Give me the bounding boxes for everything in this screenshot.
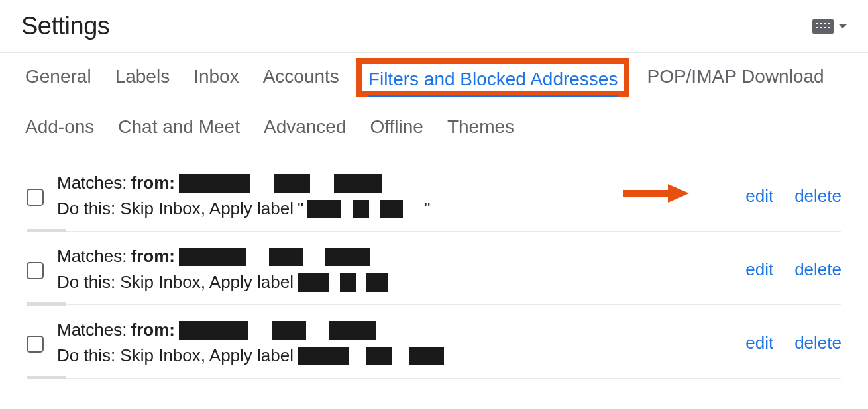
filter-actions: edit delete xyxy=(745,186,841,206)
filter-row: Matches: from: Do this: Skip Inbox, Appl… xyxy=(27,232,841,305)
redacted-from-value xyxy=(179,321,411,340)
tab-general[interactable]: General xyxy=(25,66,91,93)
filter-row: Matches: from: Do this: Skip Inbox, Appl… xyxy=(27,158,841,232)
tab-inbox[interactable]: Inbox xyxy=(193,66,239,93)
tab-filters-blocked[interactable]: Filters and Blocked Addresses xyxy=(368,69,618,97)
delete-link[interactable]: delete xyxy=(794,259,841,280)
tab-pop-imap[interactable]: POP/IMAP Download xyxy=(647,66,824,93)
do-this-label: Do this: Skip Inbox, Apply label xyxy=(57,343,294,369)
annotation-highlight-box: Filters and Blocked Addresses xyxy=(356,58,630,97)
from-label: from: xyxy=(131,170,175,196)
matches-label: Matches: xyxy=(57,317,127,343)
settings-tabs: General Labels Inbox Accounts Filters an… xyxy=(0,53,868,158)
tab-offline[interactable]: Offline xyxy=(370,116,423,143)
delete-link[interactable]: delete xyxy=(794,333,841,353)
filter-checkbox[interactable] xyxy=(27,336,44,353)
tab-chat-meet[interactable]: Chat and Meet xyxy=(118,116,240,143)
do-this-label: Do this: Skip Inbox, Apply label xyxy=(57,269,294,295)
matches-label: Matches: xyxy=(57,170,127,196)
tab-accounts[interactable]: Accounts xyxy=(263,66,339,93)
filter-checkbox[interactable] xyxy=(27,189,44,206)
filter-content: Matches: from: Do this: Skip Inbox, Appl… xyxy=(57,317,732,369)
redacted-from-value xyxy=(179,248,404,266)
tab-themes[interactable]: Themes xyxy=(447,116,514,143)
from-label: from: xyxy=(131,317,175,343)
chevron-down-icon xyxy=(839,24,847,28)
from-label: from: xyxy=(131,244,175,269)
settings-header: Settings xyxy=(0,0,868,53)
delete-link[interactable]: delete xyxy=(794,186,841,206)
edit-link[interactable]: edit xyxy=(745,186,773,206)
arrow-icon xyxy=(623,183,689,204)
keyboard-icon xyxy=(812,19,834,34)
filter-content: Matches: from: Do this: Skip Inbox, Appl… xyxy=(57,244,732,295)
do-this-label: Do this: Skip Inbox, Apply label xyxy=(57,196,294,222)
filter-row: Matches: from: Do this: Skip Inbox, Appl… xyxy=(27,305,841,379)
svg-marker-1 xyxy=(668,184,689,203)
filter-checkbox[interactable] xyxy=(27,262,44,279)
filter-actions: edit delete xyxy=(745,333,841,353)
filters-list: Matches: from: Do this: Skip Inbox, Appl… xyxy=(0,158,868,379)
redacted-label-value xyxy=(298,347,470,365)
matches-label: Matches: xyxy=(57,244,127,269)
filter-actions: edit delete xyxy=(745,259,841,280)
redacted-label-value xyxy=(298,273,404,292)
redacted-label-value xyxy=(307,200,420,218)
input-tools-dropdown[interactable] xyxy=(812,19,847,34)
redacted-from-value xyxy=(179,174,417,193)
tab-addons[interactable]: Add-ons xyxy=(25,116,94,143)
tab-labels[interactable]: Labels xyxy=(115,66,170,93)
tab-advanced[interactable]: Advanced xyxy=(264,116,347,143)
page-title: Settings xyxy=(21,12,109,40)
annotation-arrow xyxy=(623,183,689,206)
edit-link[interactable]: edit xyxy=(745,333,773,353)
edit-link[interactable]: edit xyxy=(745,259,773,280)
